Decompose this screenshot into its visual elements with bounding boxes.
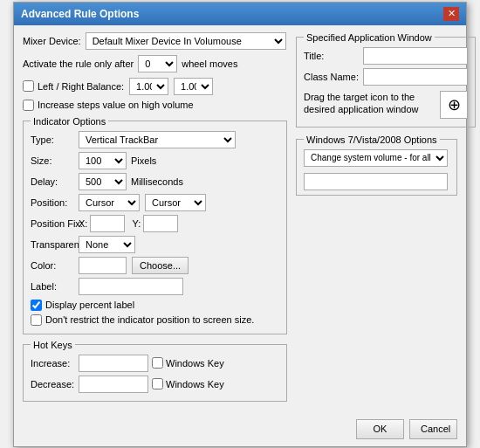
delay-unit: Milliseconds	[131, 176, 183, 187]
balance-row: Left / Right Balance: 1.00 1.00	[23, 78, 287, 95]
size-label: Size:	[31, 155, 79, 166]
fix-y-label: Y:	[132, 218, 141, 229]
increase-hotkey-input[interactable]: None	[79, 355, 148, 372]
fix-y-input[interactable]: 0	[143, 215, 178, 232]
label-label: Label:	[31, 281, 79, 292]
increase-steps-label: Increase steps value on high volume	[38, 100, 194, 110]
type-row: Type: Vertical TrackBar	[31, 131, 279, 148]
right-panel: Specified Application Window Title: Clas…	[296, 32, 457, 407]
indicator-legend: Indicator Options	[31, 116, 108, 127]
increase-steps-row: Increase steps value on high volume	[23, 100, 287, 111]
choose-button[interactable]: Choose...	[132, 257, 189, 274]
display-percent-row: Display percent label	[31, 300, 279, 311]
position-fix-row: Position Fix: X: 0 Y: 0	[31, 215, 279, 232]
label-row: Label:	[31, 278, 279, 295]
color-label: Color:	[31, 260, 79, 271]
increase-hotkey-label: Increase:	[31, 358, 79, 369]
decrease-hotkey-input[interactable]: None	[79, 376, 148, 393]
activate-label: Activate the rule only after	[23, 59, 134, 69]
size-row: Size: 100 Pixels	[31, 152, 279, 169]
app-class-label: Class Name:	[304, 72, 363, 82]
delay-row: Delay: 500 Milliseconds	[31, 173, 279, 190]
app-class-row: Class Name:	[304, 68, 468, 86]
balance-checkbox[interactable]	[23, 80, 34, 92]
activate-suffix: wheel moves	[182, 59, 237, 69]
display-percent-label: Display percent label	[45, 300, 134, 310]
mixer-device-select[interactable]: Default Mixer Device In Volumouse	[86, 32, 286, 50]
decrease-hotkey-row: Decrease: None Windows Key	[31, 376, 279, 393]
display-percent-checkbox[interactable]	[31, 300, 42, 311]
decrease-winkey-checkbox[interactable]	[152, 378, 163, 389]
activate-row: Activate the rule only after 0 wheel mov…	[23, 55, 287, 72]
transparency-select[interactable]: None	[79, 236, 135, 253]
windows-options-fieldset: Windows 7/Vista/2008 Options Change syst…	[296, 134, 457, 196]
advanced-rule-dialog: Advanced Rule Options ✕ Mixer Device: De…	[13, 2, 467, 447]
dialog-title: Advanced Rule Options	[21, 8, 139, 20]
increase-winkey-group: Windows Key	[152, 357, 224, 369]
hotkeys-legend: Hot Keys	[31, 340, 75, 350]
dialog-body: Mixer Device: Default Mixer Device In Vo…	[14, 25, 466, 414]
decrease-winkey-group: Windows Key	[152, 378, 224, 389]
increase-winkey-checkbox[interactable]	[152, 357, 163, 369]
dont-restrict-label: Don't restrict the indicator position to…	[45, 314, 254, 325]
increase-hotkey-row: Increase: None Windows Key	[31, 355, 279, 372]
increase-steps-checkbox[interactable]	[23, 100, 34, 111]
title-bar: Advanced Rule Options ✕	[14, 3, 466, 25]
mixer-row: Mixer Device: Default Mixer Device In Vo…	[23, 32, 287, 50]
increase-winkey-label: Windows Key	[166, 358, 224, 369]
left-panel: Mixer Device: Default Mixer Device In Vo…	[23, 32, 287, 407]
dont-restrict-checkbox[interactable]	[31, 314, 42, 326]
app-title-input[interactable]	[363, 47, 468, 65]
position-select-2[interactable]: Cursor	[145, 194, 206, 211]
ok-button[interactable]: OK	[356, 419, 404, 439]
color-input[interactable]: 00FF00	[79, 257, 127, 274]
mixer-label: Mixer Device:	[23, 36, 81, 46]
indicator-fieldset: Indicator Options Type: Vertical TrackBa…	[23, 116, 287, 334]
position-label: Position:	[31, 197, 79, 208]
fix-x-label: X:	[79, 218, 87, 229]
transparency-label: Transparency:	[31, 239, 79, 250]
transparency-row: Transparency: None	[31, 236, 279, 253]
app-class-input[interactable]	[363, 68, 468, 86]
color-row: Color: 00FF00 Choose...	[31, 257, 279, 274]
decrease-winkey-label: Windows Key	[166, 379, 224, 389]
balance-label: Left / Right Balance:	[38, 81, 124, 92]
fix-x-input[interactable]: 0	[90, 215, 125, 232]
drag-target-row: Drag the target icon to the desired appl…	[304, 91, 468, 119]
close-button[interactable]: ✕	[443, 7, 459, 21]
windows-options-text[interactable]	[304, 173, 448, 190]
label-input[interactable]	[79, 278, 183, 295]
delay-label: Delay:	[31, 176, 79, 187]
app-title-row: Title:	[304, 47, 468, 65]
hotkeys-fieldset: Hot Keys Increase: None Windows Key Decr…	[23, 340, 287, 402]
position-row: Position: Cursor Cursor	[31, 194, 279, 211]
balance-val1-select[interactable]: 1.00	[129, 78, 168, 95]
size-select[interactable]: 100	[79, 152, 127, 169]
size-unit: Pixels	[131, 155, 156, 166]
type-label: Type:	[31, 134, 79, 145]
dialog-footer: OK Cancel	[14, 414, 466, 446]
specified-app-fieldset: Specified Application Window Title: Clas…	[296, 32, 476, 128]
position-fix-label: Position Fix:	[31, 218, 79, 229]
delay-select[interactable]: 500	[79, 173, 127, 190]
cancel-button[interactable]: Cancel	[409, 419, 457, 439]
activate-value-select[interactable]: 0	[138, 55, 177, 72]
target-icon[interactable]: ⊕	[440, 91, 468, 119]
specified-app-legend: Specified Application Window	[304, 32, 435, 43]
balance-val2-select[interactable]: 1.00	[174, 78, 213, 95]
drag-label: Drag the target icon to the desired appl…	[304, 91, 433, 116]
windows-options-select[interactable]: Change system volume - for all applicati…	[304, 149, 448, 167]
windows-options-legend: Windows 7/Vista/2008 Options	[304, 134, 440, 145]
type-select[interactable]: Vertical TrackBar	[79, 131, 236, 148]
dont-restrict-row: Don't restrict the indicator position to…	[31, 314, 279, 326]
decrease-hotkey-label: Decrease:	[31, 379, 79, 389]
app-title-label: Title:	[304, 51, 363, 61]
position-select-1[interactable]: Cursor	[79, 194, 140, 211]
